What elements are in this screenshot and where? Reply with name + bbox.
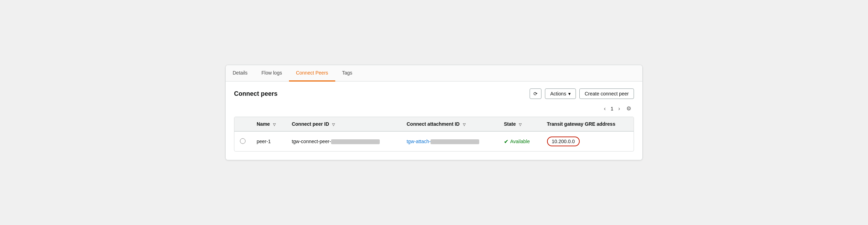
status-label: Available [510, 139, 530, 144]
col-connect-attachment-id[interactable]: Connect attachment ID ▽ [401, 117, 498, 131]
state-sort-icon: ▽ [519, 123, 522, 126]
actions-label: Actions [550, 91, 566, 96]
tab-tags[interactable]: Tags [335, 65, 360, 82]
row-peer-id-blur [331, 139, 380, 144]
row-tgw-gre-cell: 10.200.0.0 [541, 131, 634, 151]
row-name-cell: peer-1 [251, 131, 286, 151]
col-state-label: State [504, 121, 516, 127]
prev-page-button[interactable]: ‹ [602, 105, 608, 113]
prev-icon: ‹ [604, 106, 606, 111]
col-radio [234, 117, 251, 131]
dropdown-icon: ▾ [568, 91, 571, 96]
section-header: Connect peers ⟳ Actions ▾ Create connect… [234, 88, 634, 99]
table-row: peer-1 tgw-connect-peer- tgw-attach- [234, 131, 634, 151]
gear-icon: ⚙ [626, 106, 631, 111]
refresh-icon: ⟳ [533, 91, 538, 96]
page-number: 1 [611, 106, 613, 111]
settings-button[interactable]: ⚙ [625, 104, 633, 113]
row-peer-id-cell: tgw-connect-peer- [286, 131, 401, 151]
actions-button[interactable]: Actions ▾ [545, 88, 576, 99]
col-peer-id-label: Connect peer ID [292, 121, 329, 127]
row-attachment-id-cell: tgw-attach- [401, 131, 498, 151]
col-tgw-gre-label: Transit gateway GRE address [547, 121, 616, 127]
status-check-icon: ✔ [504, 138, 508, 145]
table-header-row: Name ▽ Connect peer ID ▽ Connect attachm… [234, 117, 634, 131]
tgw-gre-address-value: 10.200.0.0 [547, 137, 580, 146]
col-name[interactable]: Name ▽ [251, 117, 286, 131]
row-radio-input[interactable] [240, 138, 246, 144]
create-connect-peer-button[interactable]: Create connect peer [579, 88, 634, 99]
section-title: Connect peers [234, 90, 278, 98]
content-area: Connect peers ⟳ Actions ▾ Create connect… [226, 82, 642, 160]
col-attachment-id-label: Connect attachment ID [407, 121, 459, 127]
col-state[interactable]: State ▽ [498, 117, 541, 131]
refresh-button[interactable]: ⟳ [530, 88, 541, 99]
tab-connect-peers[interactable]: Connect Peers [289, 65, 335, 82]
tab-bar: Details Flow logs Connect Peers Tags [226, 65, 642, 82]
row-attachment-id-link[interactable]: tgw-attach- [407, 139, 479, 144]
col-tgw-gre-address: Transit gateway GRE address [541, 117, 634, 131]
col-name-label: Name [257, 121, 270, 127]
row-radio-cell[interactable] [234, 131, 251, 151]
attachment-id-sort-icon: ▽ [463, 123, 466, 126]
tab-details[interactable]: Details [226, 65, 255, 82]
create-connect-peer-label: Create connect peer [585, 91, 629, 96]
peer-id-sort-icon: ▽ [332, 123, 335, 126]
header-actions: ⟳ Actions ▾ Create connect peer [530, 88, 634, 99]
row-name-value: peer-1 [257, 139, 271, 144]
main-card: Details Flow logs Connect Peers Tags Con… [225, 65, 643, 160]
name-sort-icon: ▽ [273, 123, 276, 126]
next-page-button[interactable]: › [616, 105, 622, 113]
pagination-row: ‹ 1 › ⚙ [234, 104, 634, 113]
row-state-value: ✔ Available [504, 138, 530, 145]
next-icon: › [618, 106, 620, 111]
connect-peers-table: Name ▽ Connect peer ID ▽ Connect attachm… [234, 117, 634, 151]
row-peer-id-prefix: tgw-connect-peer- [292, 139, 331, 144]
row-attachment-id-blur [431, 139, 479, 144]
table-container: Name ▽ Connect peer ID ▽ Connect attachm… [234, 117, 634, 152]
row-attachment-id-prefix: tgw-attach- [407, 139, 431, 144]
col-connect-peer-id[interactable]: Connect peer ID ▽ [286, 117, 401, 131]
tab-flow-logs[interactable]: Flow logs [255, 65, 289, 82]
row-state-cell: ✔ Available [498, 131, 541, 151]
